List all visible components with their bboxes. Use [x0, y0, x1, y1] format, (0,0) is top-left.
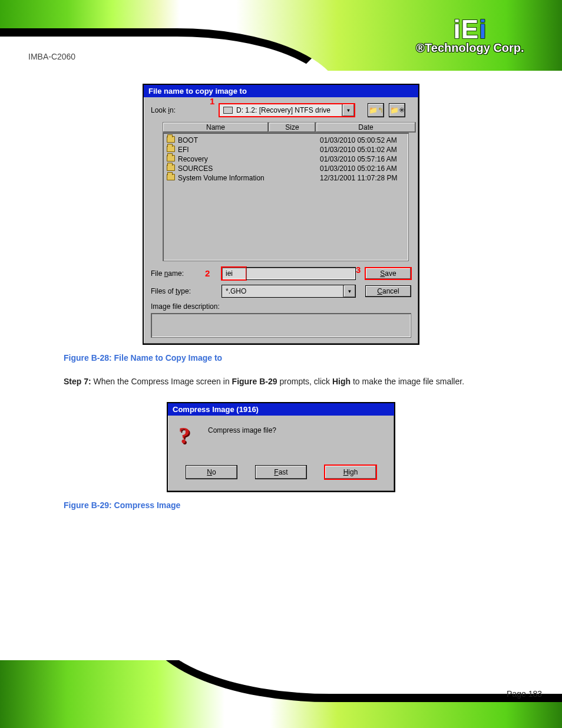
chevron-down-icon[interactable]: ▼: [342, 104, 354, 116]
high-button[interactable]: High: [325, 465, 376, 479]
look-in-combo[interactable]: D: 1.2: [Recovery] NTFS drive ▼: [219, 104, 355, 117]
step7-text: Step 7: When the Compress Image screen i…: [64, 375, 527, 388]
question-icon: ?: [178, 424, 201, 447]
column-date[interactable]: Date: [316, 122, 416, 133]
save-dialog-title: File name to copy image to: [144, 85, 418, 97]
folder-icon: [167, 174, 175, 180]
brand-logo-text: iEi: [394, 17, 547, 42]
list-item[interactable]: BOOT01/03/2010 05:00:52 AM: [167, 136, 405, 145]
file-name-input[interactable]: [246, 267, 356, 280]
file-list-header: Name Size Date: [163, 122, 409, 133]
file-name-input-highlight[interactable]: iei: [222, 267, 246, 280]
product-name: IMBA-C2060: [28, 52, 75, 61]
page-header-decoration: iEi ®Technology Corp.: [0, 0, 562, 71]
folder-icon: [167, 155, 175, 162]
page-footer-decoration: [0, 660, 562, 728]
list-item[interactable]: Recovery01/03/2010 05:57:16 AM: [167, 154, 405, 164]
new-folder-button[interactable]: 📁✳: [389, 103, 405, 117]
list-item[interactable]: EFI01/03/2010 05:01:02 AM: [167, 145, 405, 154]
save-dialog: File name to copy image to 1 2 3 Look in…: [143, 84, 419, 345]
callout-3: 3: [356, 265, 361, 275]
drive-icon: [223, 107, 233, 114]
cancel-button[interactable]: Cancel: [365, 285, 411, 297]
figure-caption-b29: Figure B-29: Compress Image: [64, 500, 527, 510]
new-folder-icon: 📁✳: [390, 106, 405, 114]
list-item[interactable]: System Volume Information12/31/2001 11:0…: [167, 173, 405, 183]
image-description-label: Image file description:: [151, 302, 411, 311]
page-number: Page 183: [507, 689, 542, 699]
compress-question: Compress image file?: [208, 424, 276, 434]
fast-button[interactable]: Fast: [255, 465, 307, 479]
callout-1: 1: [210, 96, 214, 106]
folder-icon: [167, 136, 175, 143]
file-list[interactable]: BOOT01/03/2010 05:00:52 AM EFI01/03/2010…: [163, 133, 409, 261]
folder-icon: [167, 164, 175, 171]
files-of-type-combo[interactable]: *.GHO ▼: [222, 285, 356, 298]
callout-2: 2: [205, 268, 210, 278]
files-of-type-value: *.GHO: [226, 287, 246, 295]
look-in-value: D: 1.2: [Recovery] NTFS drive: [236, 106, 330, 114]
column-name[interactable]: Name: [163, 122, 269, 133]
list-item[interactable]: SOURCES01/03/2010 05:02:16 AM: [167, 164, 405, 173]
column-size[interactable]: Size: [269, 122, 316, 133]
folder-icon: [167, 146, 175, 152]
folder-up-icon: 📁↰: [369, 106, 384, 114]
compress-dialog: Compress Image (1916) ? Compress image f…: [167, 402, 395, 492]
brand-logo-block: iEi ®Technology Corp.: [394, 17, 547, 55]
folder-up-button[interactable]: 📁↰: [368, 103, 384, 117]
compress-dialog-title: Compress Image (1916): [168, 403, 394, 416]
figure-caption-b28: Figure B-28: File Name to Copy Image to: [64, 353, 527, 363]
save-button[interactable]: Save: [365, 268, 411, 279]
image-description-field[interactable]: [151, 313, 411, 338]
no-button[interactable]: No: [186, 465, 237, 479]
files-of-type-label: Files of type:: [151, 287, 217, 295]
chevron-down-icon[interactable]: ▼: [343, 285, 355, 297]
look-in-label: Look in:: [151, 106, 214, 114]
